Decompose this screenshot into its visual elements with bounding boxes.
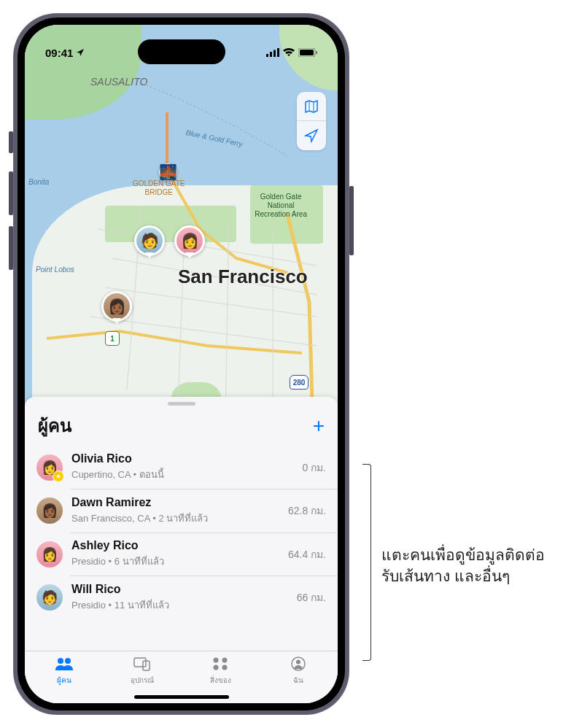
me-icon [289, 656, 308, 673]
svg-point-13 [214, 665, 219, 670]
map-label-lobos: Point Lobos [36, 266, 74, 274]
map-label-bridge: GOLDEN GATE BRIDGE [133, 179, 185, 197]
map-label-bonita: Bonita [28, 178, 49, 187]
person-name: Dawn Ramirez [71, 496, 279, 509]
location-services-icon [76, 48, 85, 57]
screen: 09:41 [25, 25, 338, 703]
tab-label: สิ่งของ [210, 675, 231, 686]
person-distance: 62.8 กม. [288, 503, 326, 519]
locate-icon [304, 128, 319, 143]
wifi-icon [283, 48, 295, 57]
person-info: Will RicoPresidio • 11 นาทีที่แล้ว [71, 583, 288, 613]
person-location: Cupertino, CA • ตอนนี้ [71, 467, 293, 482]
power-button [349, 186, 354, 255]
person-name: Will Rico [71, 583, 288, 596]
tab-label: อุปกรณ์ [131, 675, 154, 686]
person-location: Presidio • 6 นาทีที่แล้ว [71, 554, 279, 569]
map-icon [304, 99, 319, 114]
tab-label: ฉัน [293, 675, 303, 686]
favorite-star-icon: ★ [53, 471, 64, 482]
battery-icon [298, 48, 317, 57]
cellular-icon [266, 48, 279, 57]
person-name: Ashley Rico [71, 539, 279, 552]
map-pin-person-2[interactable]: 👩 [174, 225, 205, 256]
status-time: 09:41 [45, 47, 73, 59]
map-view[interactable]: SAUSALITO GOLDEN GATE BRIDGE Golden Gate… [25, 25, 338, 455]
person-avatar: 👩★ [36, 454, 63, 481]
svg-rect-9 [134, 658, 146, 667]
map-mode-button[interactable] [297, 92, 326, 121]
locate-button[interactable] [297, 121, 326, 150]
svg-point-14 [222, 665, 228, 670]
map-label-park: Golden Gate National Recreation Area [255, 193, 307, 219]
svg-rect-2 [273, 50, 276, 58]
person-name: Olivia Rico [71, 452, 293, 465]
svg-rect-3 [277, 48, 279, 57]
route-shield-ca1: 1 [105, 331, 120, 346]
callout-annotation: แตะคนเพื่อดูข้อมูลติดต่อ รับเส้นทาง และอ… [362, 464, 581, 668]
sheet-title: ผู้คน [38, 411, 71, 440]
svg-point-16 [296, 660, 300, 665]
person-distance: 0 กม. [302, 460, 326, 476]
map-controls [297, 92, 326, 150]
sheet-grabber[interactable] [168, 402, 195, 406]
dynamic-island [138, 39, 225, 64]
svg-rect-5 [300, 50, 314, 55]
phone-frame: 09:41 [13, 13, 349, 715]
svg-point-11 [214, 658, 219, 663]
home-indicator[interactable] [134, 695, 229, 699]
devices-icon [133, 656, 152, 673]
svg-rect-0 [266, 54, 268, 57]
person-info: Ashley RicoPresidio • 6 นาทีที่แล้ว [71, 539, 279, 569]
map-label-sausalito: SAUSALITO [90, 76, 147, 88]
tab-me[interactable]: ฉัน [260, 651, 338, 690]
tab-people[interactable]: ผู้คน [25, 651, 103, 690]
person-distance: 64.4 กม. [288, 546, 326, 562]
person-location: Presidio • 11 นาทีที่แล้ว [71, 597, 288, 613]
person-avatar: 👩🏾 [36, 497, 63, 524]
person-location: San Francisco, CA • 2 นาทีที่แล้ว [71, 511, 279, 526]
route-shield-i280: 280 [290, 375, 309, 390]
items-icon [211, 656, 230, 673]
tab-devices[interactable]: อุปกรณ์ [103, 651, 181, 690]
map-pin-person-1[interactable]: 🧑 [134, 225, 165, 256]
person-row[interactable]: 🧑Will RicoPresidio • 11 นาทีที่แล้ว66 กม… [25, 576, 338, 619]
svg-rect-1 [270, 52, 272, 57]
person-row[interactable]: 👩★Olivia RicoCupertino, CA • ตอนนี้0 กม. [25, 446, 338, 489]
person-row[interactable]: 👩Ashley RicoPresidio • 6 นาทีที่แล้ว64.4… [25, 533, 338, 576]
callout-text: แตะคนเพื่อดูข้อมูลติดต่อ รับเส้นทาง และอ… [381, 544, 545, 587]
map-pin-person-3[interactable]: 👩🏾 [101, 291, 132, 322]
svg-point-7 [58, 658, 63, 664]
person-info: Dawn RamirezSan Francisco, CA • 2 นาทีที… [71, 496, 279, 526]
person-avatar: 👩 [36, 541, 63, 568]
add-person-button[interactable]: + [313, 416, 325, 436]
svg-point-8 [65, 658, 71, 664]
map-pin-bridge[interactable]: 🌉 [159, 163, 176, 181]
svg-rect-6 [316, 51, 317, 54]
svg-point-12 [222, 658, 228, 663]
person-distance: 66 กม. [297, 589, 326, 605]
map-city-label: San Francisco [178, 266, 308, 288]
person-info: Olivia RicoCupertino, CA • ตอนนี้ [71, 452, 293, 482]
callout-bracket [362, 464, 371, 661]
people-icon [55, 656, 74, 673]
tab-label: ผู้คน [57, 675, 71, 686]
person-row[interactable]: 👩🏾Dawn RamirezSan Francisco, CA • 2 นาที… [25, 489, 338, 533]
tab-items[interactable]: สิ่งของ [182, 651, 260, 690]
person-avatar: 🧑 [36, 584, 63, 611]
